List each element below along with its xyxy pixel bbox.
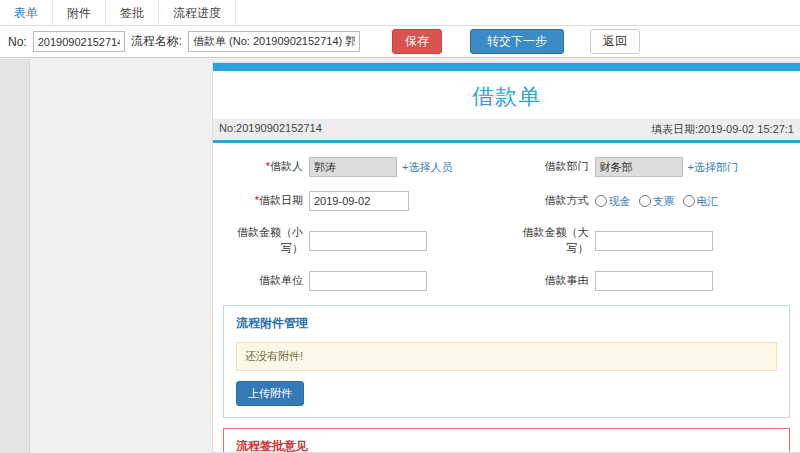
attachments-title: 流程附件管理 (224, 306, 789, 339)
form-panel: 借款单 No:20190902152714 填表日期:2019-09-02 15… (212, 62, 800, 453)
method-check-option[interactable]: 支票 (639, 194, 675, 209)
back-button[interactable]: 返回 (590, 29, 640, 54)
page-title: 借款单 (213, 71, 800, 119)
form-fields: *借款人 +选择人员 借款部门 +选择部门 *借款日期 借款方式 (213, 143, 800, 303)
upload-attachment-button[interactable]: 上传附件 (236, 381, 304, 406)
amount-big-label: 借款金额（大写） (505, 225, 595, 257)
approval-title: 流程签批意见 (224, 429, 789, 453)
select-dept-link[interactable]: +选择部门 (688, 160, 738, 175)
process-name-label: 流程名称: (131, 33, 182, 50)
tab-bar: 表单 附件 签批 流程进度 (0, 0, 800, 26)
workspace: 借款单 No:20190902152714 填表日期:2019-09-02 15… (0, 59, 800, 453)
select-person-link[interactable]: +选择人员 (402, 160, 452, 175)
toolbar: No: 流程名称: 保存 转交下一步 返回 (0, 26, 800, 58)
no-input[interactable] (33, 31, 125, 52)
borrower-input[interactable] (309, 157, 397, 177)
attachments-section: 流程附件管理 还没有附件! 上传附件 (223, 305, 790, 418)
attachments-empty-notice: 还没有附件! (236, 342, 777, 371)
tab-form[interactable]: 表单 (0, 0, 53, 25)
check-radio[interactable] (639, 195, 651, 207)
cash-radio[interactable] (595, 195, 607, 207)
borrow-date-label: *借款日期 (221, 193, 309, 209)
approval-section: 流程签批意见 B I abc A ab ∞ ⚑ ≡ ☰ ⇤ (223, 428, 790, 453)
panel-top-accent (213, 63, 800, 71)
method-wire-option[interactable]: 电汇 (683, 194, 719, 209)
borrow-date-input[interactable] (309, 191, 409, 211)
amount-small-input[interactable] (309, 231, 427, 251)
meta-bar: No:20190902152714 填表日期:2019-09-02 15:27:… (213, 119, 800, 140)
dept-input[interactable] (595, 157, 683, 177)
app-window: 表单 附件 签批 流程进度 No: 流程名称: 保存 转交下一步 返回 借款单 … (0, 0, 800, 58)
fill-date-text: 填表日期:2019-09-02 15:27:1 (651, 122, 794, 137)
dept-label: 借款部门 (505, 159, 595, 175)
borrower-label: *借款人 (221, 159, 309, 175)
left-sidebar-strip (0, 59, 30, 453)
method-label: 借款方式 (505, 193, 595, 209)
method-cash-option[interactable]: 现金 (595, 194, 631, 209)
unit-label: 借款单位 (221, 273, 309, 289)
save-button[interactable]: 保存 (392, 29, 442, 54)
no-label: No: (8, 35, 27, 49)
next-step-button[interactable]: 转交下一步 (470, 29, 564, 54)
process-name-input[interactable] (188, 31, 360, 52)
unit-input[interactable] (309, 271, 427, 291)
form-number-text: No:20190902152714 (219, 122, 322, 137)
wire-radio[interactable] (683, 195, 695, 207)
tab-progress[interactable]: 流程进度 (159, 0, 236, 25)
amount-big-input[interactable] (595, 231, 713, 251)
reason-label: 借款事由 (505, 273, 595, 289)
tab-approval[interactable]: 签批 (106, 0, 159, 25)
tab-attachments[interactable]: 附件 (53, 0, 106, 25)
reason-input[interactable] (595, 271, 713, 291)
amount-small-label: 借款金额（小写） (221, 225, 309, 257)
